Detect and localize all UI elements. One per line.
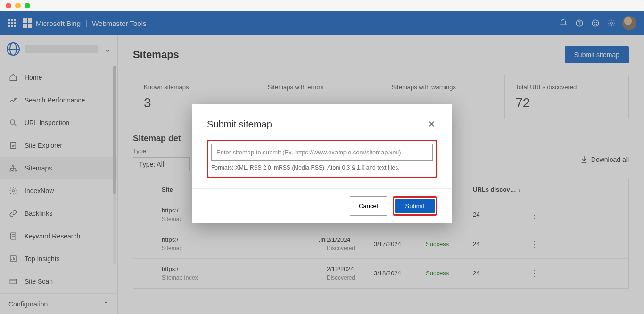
window-maximize-button[interactable] [25,3,30,8]
sitemap-url-input[interactable] [211,144,433,161]
submit-button[interactable]: Submit [395,199,435,213]
submit-sitemap-modal: Submit sitemap ✕ Formats: XML, RSS 2.0, … [192,104,452,223]
formats-hint: Formats: XML, RSS 2.0, mRSS (Media RSS),… [211,164,433,171]
close-icon[interactable]: ✕ [426,117,437,131]
window-close-button[interactable] [6,3,11,8]
submit-highlight: Submit [393,196,437,216]
input-highlight: Formats: XML, RSS 2.0, mRSS (Media RSS),… [207,140,437,178]
modal-title: Submit sitemap [207,119,272,130]
window-titlebar [0,0,644,11]
window-minimize-button[interactable] [15,3,21,8]
cancel-button[interactable]: Cancel [350,196,387,216]
